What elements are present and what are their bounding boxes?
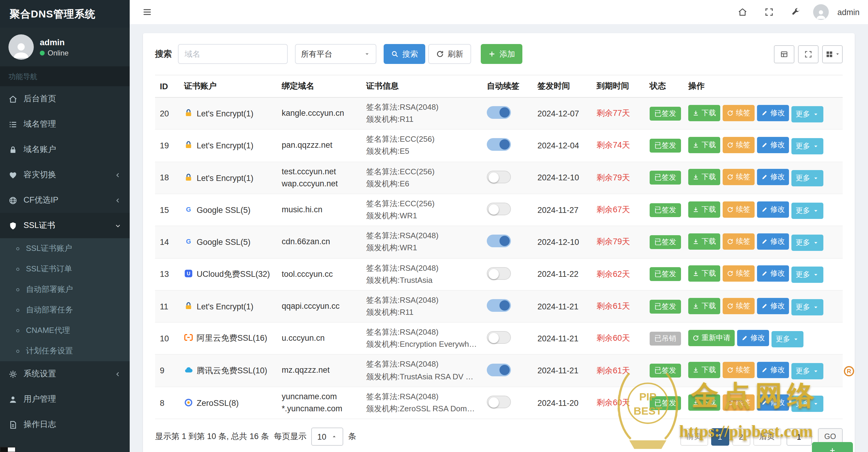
rows-summary: 显示第 1 到第 10 条, 总共 16 条 xyxy=(155,431,269,442)
edit-icon xyxy=(761,367,768,373)
edit-button[interactable]: 修改 xyxy=(737,330,769,346)
cell-status: 已签发 xyxy=(645,290,683,323)
edit-button[interactable]: 修改 xyxy=(757,298,789,314)
auto-renew-toggle[interactable] xyxy=(487,106,511,119)
more-button[interactable]: 更多 xyxy=(792,170,824,187)
search-button[interactable]: 搜索 xyxy=(384,44,425,64)
per-page-select[interactable]: 10 xyxy=(311,428,343,446)
toggle-knob xyxy=(489,397,499,408)
reapply-button[interactable]: 重新申请 xyxy=(688,330,735,346)
download-button[interactable]: 下载 xyxy=(688,137,720,153)
edit-button[interactable]: 修改 xyxy=(757,169,789,186)
more-button[interactable]: 更多 xyxy=(792,106,824,122)
edit-button[interactable]: 修改 xyxy=(757,394,789,410)
renew-button[interactable]: 续签 xyxy=(723,137,754,153)
more-button[interactable]: 更多 xyxy=(792,395,824,412)
auto-renew-toggle[interactable] xyxy=(487,235,511,248)
more-button[interactable]: 更多 xyxy=(792,235,824,251)
auto-renew-toggle[interactable] xyxy=(487,363,511,376)
sidebar-item-cf-ip[interactable]: CF优选IP xyxy=(0,188,130,213)
download-button[interactable]: 下载 xyxy=(688,233,720,250)
columns-button[interactable] xyxy=(822,45,843,63)
sidebar-item-failover[interactable]: 容灾切换 xyxy=(0,162,130,188)
platform-select[interactable]: 所有平台 xyxy=(295,44,376,64)
next-page-button[interactable]: 后页 xyxy=(753,428,781,446)
prev-page-button[interactable]: 前页 xyxy=(680,428,708,446)
auto-renew-toggle[interactable] xyxy=(487,299,511,312)
home-button[interactable] xyxy=(734,0,752,24)
edit-button[interactable]: 修改 xyxy=(757,266,789,282)
renew-button[interactable]: 续签 xyxy=(723,298,754,314)
sidebar-item-home[interactable]: 后台首页 xyxy=(0,86,130,111)
tools-button[interactable] xyxy=(786,0,805,24)
cell-auto-renew xyxy=(482,258,533,290)
cell-cert-info: 签名算法:RSA(2048)颁发机构:R11 xyxy=(361,97,482,130)
fullscreen-button[interactable] xyxy=(760,0,778,24)
edit-button[interactable]: 修改 xyxy=(757,233,789,250)
page-button-1[interactable]: 1 xyxy=(711,428,729,446)
sidebar-subitem-0[interactable]: SSL证书账户 xyxy=(0,238,130,259)
add-button[interactable]: 添加 xyxy=(481,44,522,64)
action-label: 续签 xyxy=(736,204,750,215)
domain-search-input[interactable] xyxy=(178,44,288,64)
renew-button[interactable]: 续签 xyxy=(723,105,754,121)
auto-renew-toggle[interactable] xyxy=(487,138,511,151)
edit-button[interactable]: 修改 xyxy=(757,105,789,121)
edit-button[interactable]: 修改 xyxy=(757,201,789,217)
action-label: 修改 xyxy=(770,204,785,215)
renew-button[interactable]: 续签 xyxy=(723,201,754,217)
refresh-button[interactable]: 刷新 xyxy=(428,44,471,64)
more-button[interactable]: 更多 xyxy=(772,331,803,347)
edit-button[interactable]: 修改 xyxy=(757,362,789,378)
topbar-avatar[interactable] xyxy=(813,4,829,20)
sidebar-avatar xyxy=(8,34,34,60)
download-button[interactable]: 下载 xyxy=(688,105,720,121)
svg-text:G: G xyxy=(186,238,191,246)
auto-renew-toggle[interactable] xyxy=(487,331,511,344)
more-button[interactable]: 更多 xyxy=(792,363,824,379)
renew-button[interactable]: 续签 xyxy=(723,233,754,250)
renew-button[interactable]: 续签 xyxy=(723,266,754,282)
renew-button[interactable]: 续签 xyxy=(723,169,754,186)
sidebar-subitem-3[interactable]: 自动部署任务 xyxy=(0,300,130,320)
renew-button[interactable]: 续签 xyxy=(723,362,754,378)
auto-renew-toggle[interactable] xyxy=(487,267,511,280)
auto-renew-toggle[interactable] xyxy=(487,396,511,408)
more-button[interactable]: 更多 xyxy=(792,299,824,315)
corner-add-button[interactable] xyxy=(812,442,853,452)
sidebar-toggle-button[interactable] xyxy=(138,0,156,24)
jump-page-input[interactable] xyxy=(786,428,812,446)
cert-account-label: Let's Encrypt(1) xyxy=(197,302,253,311)
app-brand: 聚合DNS管理系统 xyxy=(0,0,130,28)
more-button[interactable]: 更多 xyxy=(792,267,824,283)
edit-button[interactable]: 修改 xyxy=(757,137,789,153)
sidebar-item-user-manage[interactable]: 用户管理 xyxy=(0,387,130,412)
download-button[interactable]: 下载 xyxy=(688,266,720,282)
fullscreen-table-button[interactable] xyxy=(798,45,818,63)
sidebar-subitem-1[interactable]: SSL证书订单 xyxy=(0,259,130,279)
user-status-label: Online xyxy=(48,49,68,57)
more-button[interactable]: 更多 xyxy=(792,202,824,219)
page-button-2[interactable]: 2 xyxy=(732,428,750,446)
sidebar-subitem-5[interactable]: 计划任务设置 xyxy=(0,341,130,361)
download-button[interactable]: 下载 xyxy=(688,362,720,378)
topbar-username[interactable]: admin xyxy=(837,7,860,17)
action-label: 下载 xyxy=(702,301,716,311)
auto-renew-toggle[interactable] xyxy=(487,203,511,215)
sidebar-item-op-log[interactable]: 操作日志 xyxy=(0,412,130,437)
sidebar-subitem-4[interactable]: CNAME代理 xyxy=(0,320,130,341)
auto-renew-toggle[interactable] xyxy=(487,171,511,183)
sidebar-subitem-2[interactable]: 自动部署账户 xyxy=(0,279,130,300)
more-button[interactable]: 更多 xyxy=(792,138,824,154)
download-button[interactable]: 下载 xyxy=(688,394,720,410)
download-button[interactable]: 下载 xyxy=(688,201,720,217)
sidebar-item-ssl[interactable]: SSL证书 xyxy=(0,213,130,238)
cell-cert-info: 签名算法:RSA(2048)颁发机构:WR1 xyxy=(361,226,482,258)
renew-button[interactable]: 续签 xyxy=(723,394,754,410)
download-button[interactable]: 下载 xyxy=(688,298,720,314)
sidebar-item-domain-account[interactable]: 域名账户 xyxy=(0,137,130,162)
list-view-button[interactable] xyxy=(774,45,795,63)
sidebar-item-domain-manage[interactable]: 域名管理 xyxy=(0,111,130,137)
sidebar-item-settings[interactable]: 系统设置 xyxy=(0,361,130,387)
download-button[interactable]: 下载 xyxy=(688,169,720,186)
